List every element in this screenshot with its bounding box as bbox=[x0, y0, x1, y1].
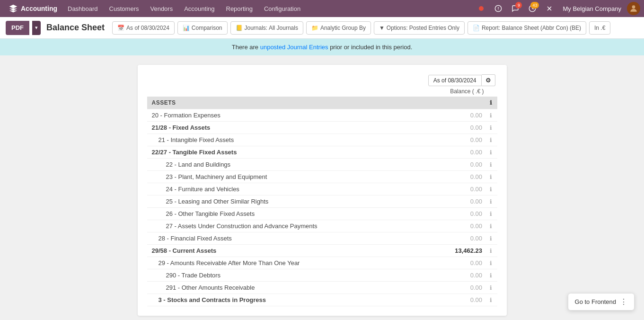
filter-journals[interactable]: 📒 Journals: All Journals bbox=[230, 21, 303, 35]
calendar-icon: 📅 bbox=[117, 25, 124, 31]
pdf-dropdown-button[interactable]: ▾ bbox=[32, 21, 41, 35]
filter-comparison[interactable]: 📊 Comparison bbox=[177, 21, 228, 35]
row-label: 22/27 - Tangible Fixed Assets bbox=[147, 146, 425, 159]
nav-logo[interactable]: Accounting bbox=[4, 4, 62, 13]
row-info-icon[interactable]: ℹ bbox=[485, 282, 497, 294]
row-info-icon[interactable]: ℹ bbox=[485, 122, 497, 134]
filter-currency[interactable]: In .€ bbox=[589, 21, 610, 35]
table-row: 23 - Plant, Machinery and Equipment 0.00… bbox=[147, 171, 497, 183]
row-info-icon[interactable]: ℹ bbox=[485, 220, 497, 232]
filter-report[interactable]: 📄 Report: Balance Sheet (Abbr Con) (BE) bbox=[468, 21, 586, 35]
notice-bar: There are unposted Journal Entries prior… bbox=[0, 39, 644, 55]
row-value: 0.00 bbox=[425, 146, 485, 159]
row-info-icon[interactable]: ℹ bbox=[485, 269, 497, 282]
go-frontend-label: Go to Frontend bbox=[575, 298, 616, 305]
toolbar: PDF ▾ Balance Sheet 📅 As of 08/30/2024 📊… bbox=[0, 17, 644, 39]
nav-item-accounting[interactable]: Accounting bbox=[178, 0, 220, 17]
table-row: 29/58 - Current Assets 13,462.23 ℹ bbox=[147, 245, 497, 257]
nav-item-vendors[interactable]: Vendors bbox=[144, 0, 178, 17]
report-icon: 📄 bbox=[473, 25, 480, 31]
company-name[interactable]: My Belgian Company bbox=[559, 5, 625, 12]
nav-item-configuration[interactable]: Configuration bbox=[258, 0, 306, 17]
row-label: 3 - Stocks and Contracts in Progress bbox=[147, 294, 425, 306]
table-row: 291 - Other Amounts Receivable 0.00 ℹ bbox=[147, 282, 497, 294]
go-to-frontend[interactable]: Go to Frontend ⋮ bbox=[568, 293, 635, 311]
row-label: 28 - Financial Fixed Assets bbox=[147, 232, 425, 245]
report-gear-button[interactable]: ⚙ bbox=[482, 74, 495, 86]
nav-item-customers[interactable]: Customers bbox=[104, 0, 145, 17]
row-value: 0.00 bbox=[425, 220, 485, 232]
chart-icon: 📊 bbox=[183, 25, 190, 31]
row-info-icon[interactable]: ℹ bbox=[485, 109, 497, 122]
row-info-icon[interactable]: ℹ bbox=[485, 196, 497, 208]
filter-icon: ▼ bbox=[379, 25, 385, 31]
filter-options[interactable]: ▼ Options: Posted Entries Only bbox=[374, 21, 465, 35]
filter-analytic[interactable]: 📁 Analytic Group By bbox=[306, 21, 371, 35]
section-info-icon[interactable]: ℹ bbox=[485, 97, 497, 109]
row-label: 24 - Furniture and Vehicles bbox=[147, 183, 425, 196]
chat-icon[interactable]: 9 bbox=[508, 1, 523, 16]
clock-icon[interactable]: 43 bbox=[525, 1, 540, 16]
clock-badge: 43 bbox=[530, 2, 539, 9]
analytic-icon: 📁 bbox=[311, 25, 318, 31]
row-info-icon[interactable]: ℹ bbox=[485, 159, 497, 171]
table-row: 22/27 - Tangible Fixed Assets 0.00 ℹ bbox=[147, 146, 497, 159]
go-frontend-menu-icon[interactable]: ⋮ bbox=[620, 297, 627, 306]
row-label: 26 - Other Tangible Fixed Assets bbox=[147, 208, 425, 220]
pdf-button[interactable]: PDF bbox=[6, 21, 29, 35]
section-header-row: ASSETSℹ bbox=[147, 97, 497, 109]
table-row: 26 - Other Tangible Fixed Assets 0.00 ℹ bbox=[147, 208, 497, 220]
row-value: 0.00 bbox=[425, 159, 485, 171]
nav-item-dashboard[interactable]: Dashboard bbox=[62, 0, 104, 17]
row-info-icon[interactable]: ℹ bbox=[485, 245, 497, 257]
row-value: 13,462.23 bbox=[425, 245, 485, 257]
row-info-icon[interactable]: ℹ bbox=[485, 171, 497, 183]
support-icon[interactable] bbox=[491, 1, 506, 16]
table-row: 21 - Intangible Fixed Assets 0.00 ℹ bbox=[147, 134, 497, 146]
report-table: ASSETSℹ 20 - Formation Expenses 0.00 ℹ 2… bbox=[147, 97, 497, 306]
filter-date[interactable]: 📅 As of 08/30/2024 bbox=[112, 21, 175, 35]
close-icon[interactable] bbox=[542, 1, 557, 16]
table-row: 290 - Trade Debtors 0.00 ℹ bbox=[147, 269, 497, 282]
row-value: 0.00 bbox=[425, 208, 485, 220]
report-header: As of 08/30/2024 ⚙ bbox=[147, 74, 497, 86]
table-row: 25 - Leasing and Other Similar Rights 0.… bbox=[147, 196, 497, 208]
row-info-icon[interactable]: ℹ bbox=[485, 183, 497, 196]
row-value: 0.00 bbox=[425, 257, 485, 269]
notice-text-after: prior or included in this period. bbox=[328, 44, 413, 51]
report-date: As of 08/30/2024 bbox=[428, 75, 482, 86]
row-info-icon[interactable]: ℹ bbox=[485, 208, 497, 220]
row-label: 20 - Formation Expenses bbox=[147, 109, 425, 122]
row-value: 0.00 bbox=[425, 294, 485, 306]
svg-point-4 bbox=[632, 5, 635, 9]
row-info-icon[interactable]: ℹ bbox=[485, 146, 497, 159]
row-info-icon[interactable]: ℹ bbox=[485, 134, 497, 146]
table-row: 27 - Assets Under Construction and Advan… bbox=[147, 220, 497, 232]
notice-link[interactable]: unposted Journal Entries bbox=[260, 44, 328, 51]
table-row: 3 - Stocks and Contracts in Progress 0.0… bbox=[147, 294, 497, 306]
nav-item-reporting[interactable]: Reporting bbox=[221, 0, 258, 17]
row-label: 22 - Land and Buildings bbox=[147, 159, 425, 171]
table-row: 24 - Furniture and Vehicles 0.00 ℹ bbox=[147, 183, 497, 196]
report-card: As of 08/30/2024 ⚙ Balance ( .€ ) ASSETS… bbox=[138, 65, 507, 316]
table-row: 29 - Amounts Receivable After More Than … bbox=[147, 257, 497, 269]
row-label: 25 - Leasing and Other Similar Rights bbox=[147, 196, 425, 208]
row-label: 27 - Assets Under Construction and Advan… bbox=[147, 220, 425, 232]
row-value: 0.00 bbox=[425, 232, 485, 245]
row-value: 0.00 bbox=[425, 282, 485, 294]
row-label: 21/28 - Fixed Assets bbox=[147, 122, 425, 134]
row-info-icon[interactable]: ℹ bbox=[485, 257, 497, 269]
table-row: 20 - Formation Expenses 0.00 ℹ bbox=[147, 109, 497, 122]
journal-icon: 📒 bbox=[236, 25, 243, 31]
row-label: 291 - Other Amounts Receivable bbox=[147, 282, 425, 294]
row-label: 23 - Plant, Machinery and Equipment bbox=[147, 171, 425, 183]
balance-label: Balance ( .€ ) bbox=[147, 88, 497, 95]
avatar[interactable] bbox=[627, 2, 640, 15]
row-label: 290 - Trade Debtors bbox=[147, 269, 425, 282]
table-row: 28 - Financial Fixed Assets 0.00 ℹ bbox=[147, 232, 497, 245]
row-label: 21 - Intangible Fixed Assets bbox=[147, 134, 425, 146]
notice-text-before: There are bbox=[232, 44, 260, 51]
row-info-icon[interactable]: ℹ bbox=[485, 232, 497, 245]
red-dot-icon[interactable] bbox=[474, 1, 489, 16]
row-info-icon[interactable]: ℹ bbox=[485, 294, 497, 306]
